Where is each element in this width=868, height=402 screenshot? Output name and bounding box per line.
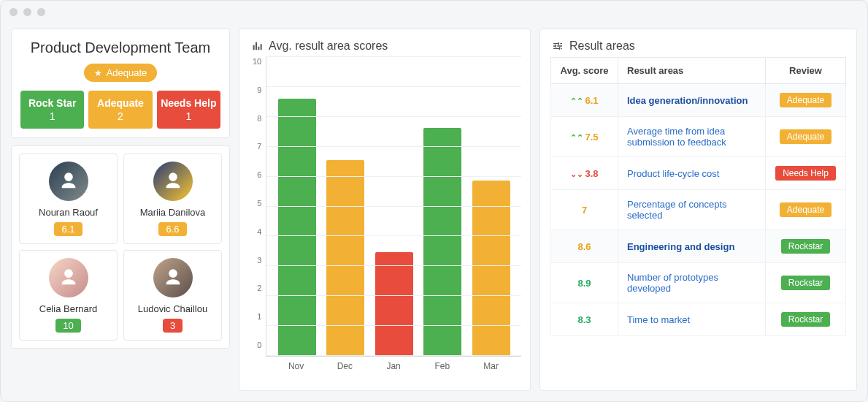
member-name: Celia Bernard xyxy=(24,303,112,314)
chart-x-axis: NovDecJanFebMar xyxy=(266,357,521,371)
person-icon xyxy=(58,171,79,191)
review-badge: Rockstar xyxy=(781,276,830,290)
col-review[interactable]: Review xyxy=(766,58,846,84)
result-area-row: 7 Percentage of concepts selected Adequa… xyxy=(551,190,846,230)
chart-bar[interactable] xyxy=(374,252,415,356)
result-area-row: ⌃⌃7.5 Average time from idea submission … xyxy=(551,117,846,157)
bar-Mar[interactable] xyxy=(472,181,510,356)
result-area-link[interactable]: Engineering and design xyxy=(627,241,734,252)
row-score: ⌃⌃6.1 xyxy=(551,84,618,117)
row-score: 8.6 xyxy=(551,230,618,263)
result-area-link[interactable]: Time to market xyxy=(627,314,690,325)
row-score: ⌄⌄3.8 xyxy=(551,157,618,190)
x-tick-label: Nov xyxy=(276,361,317,371)
result-area-row: ⌃⌃6.1 Idea generation/innovation Adequat… xyxy=(551,84,846,117)
member-score-chip: 6.6 xyxy=(158,222,186,236)
row-review: Adequate xyxy=(766,117,846,157)
team-title: Product Development Team xyxy=(20,39,220,56)
row-area: Time to market xyxy=(618,303,766,336)
star-icon xyxy=(94,67,102,78)
col-avg-score[interactable]: Avg. score xyxy=(551,58,618,84)
team-member-card[interactable]: Celia Bernard 10 xyxy=(19,250,118,341)
result-area-link[interactable]: Average time from idea submission to fee… xyxy=(627,126,726,148)
member-name: Ludovic Chaillou xyxy=(128,303,217,314)
result-area-link[interactable]: Percentage of concepts selected xyxy=(627,199,727,221)
result-area-row: 8.6 Engineering and design Rockstar xyxy=(551,230,846,263)
panel-title: Result areas xyxy=(540,29,856,57)
x-tick-label: Dec xyxy=(324,361,365,371)
bar-chart-icon xyxy=(251,40,263,52)
bar-Nov[interactable] xyxy=(278,99,316,356)
team-stat-row: Rock Star1Adequate2Needs Help1 xyxy=(20,91,220,129)
chart-body: 109876543210 NovDecJanFebMar xyxy=(239,57,530,380)
window-control-dot[interactable] xyxy=(37,8,45,16)
row-review: Rockstar xyxy=(766,230,846,263)
team-members-grid: Nouran Raouf 6.1 Mariia Danilova 6.6 Cel… xyxy=(19,153,222,341)
stat-label: Adequate xyxy=(91,96,149,110)
review-badge: Adequate xyxy=(780,129,831,144)
y-tick-label: 1 xyxy=(253,312,261,321)
member-name: Nouran Raouf xyxy=(24,207,112,218)
stat-count: 1 xyxy=(160,110,218,123)
sliders-icon xyxy=(552,40,564,52)
window-control-dot[interactable] xyxy=(23,8,31,16)
team-members-card: Nouran Raouf 6.1 Mariia Danilova 6.6 Cel… xyxy=(11,145,230,349)
member-name: Mariia Danilova xyxy=(128,207,217,218)
chart-bar[interactable] xyxy=(277,99,318,356)
result-area-link[interactable]: Product life-cycle cost xyxy=(627,168,719,179)
chart-y-axis: 109876543210 xyxy=(248,57,266,349)
team-overall-badge-row: Adequate xyxy=(20,64,220,82)
left-column: Product Development Team Adequate Rock S… xyxy=(11,29,230,391)
bar-Dec[interactable] xyxy=(326,160,364,356)
row-area: Number of prototypes developed xyxy=(618,263,766,303)
avatar xyxy=(49,162,88,201)
col-result-areas[interactable]: Result areas xyxy=(618,58,766,84)
row-review: Adequate xyxy=(766,190,846,230)
row-review: Adequate xyxy=(766,84,846,117)
y-tick-label: 9 xyxy=(253,86,261,94)
stat-box[interactable]: Needs Help1 xyxy=(157,91,220,129)
stat-count: 1 xyxy=(23,110,81,123)
chart-bar[interactable] xyxy=(325,160,366,356)
person-icon xyxy=(58,268,79,288)
review-badge: Adequate xyxy=(780,202,831,217)
chart-bar[interactable] xyxy=(422,128,463,356)
stat-box[interactable]: Rock Star1 xyxy=(20,91,84,129)
row-score: ⌃⌃7.5 xyxy=(551,117,618,157)
app-window: Product Development Team Adequate Rock S… xyxy=(0,0,868,402)
team-member-card[interactable]: Ludovic Chaillou 3 xyxy=(123,250,222,341)
result-areas-panel: Result areas Avg. score Result areas Rev… xyxy=(539,29,857,391)
team-member-card[interactable]: Mariia Danilova 6.6 xyxy=(123,153,222,244)
row-review: Needs Help xyxy=(766,157,846,190)
row-area: Idea generation/innovation xyxy=(618,84,766,117)
stat-box[interactable]: Adequate2 xyxy=(88,91,152,129)
trend-up-icon: ⌃⌃ xyxy=(570,96,583,105)
review-badge: Rockstar xyxy=(781,239,830,254)
team-member-card[interactable]: Nouran Raouf 6.1 xyxy=(19,153,118,244)
review-badge: Rockstar xyxy=(781,312,830,327)
result-area-link[interactable]: Idea generation/innovation xyxy=(627,95,748,106)
row-review: Rockstar xyxy=(766,303,846,336)
row-review: Rockstar xyxy=(766,263,846,303)
row-area: Engineering and design xyxy=(618,230,766,263)
dashboard-content: Product Development Team Adequate Rock S… xyxy=(1,23,867,401)
y-tick-label: 5 xyxy=(253,199,261,208)
stat-count: 2 xyxy=(91,110,149,123)
team-overall-badge: Adequate xyxy=(84,64,158,82)
y-tick-label: 3 xyxy=(253,256,261,265)
y-tick-label: 8 xyxy=(253,114,261,123)
result-area-row: 8.9 Number of prototypes developed Rocks… xyxy=(551,263,846,303)
row-score: 7 xyxy=(551,190,618,230)
result-area-link[interactable]: Number of prototypes developed xyxy=(627,272,718,294)
window-titlebar xyxy=(1,1,867,23)
y-tick-label: 6 xyxy=(253,170,261,179)
member-score-chip: 6.1 xyxy=(54,222,82,236)
review-badge: Needs Help xyxy=(775,166,836,181)
bar-Feb[interactable] xyxy=(423,128,461,356)
bar-Jan[interactable] xyxy=(375,252,413,356)
stat-label: Rock Star xyxy=(23,96,81,110)
chart-bar[interactable] xyxy=(471,181,512,356)
chart-plot-area xyxy=(266,57,521,357)
window-control-dot[interactable] xyxy=(9,8,18,16)
result-areas-title: Result areas xyxy=(569,39,635,53)
